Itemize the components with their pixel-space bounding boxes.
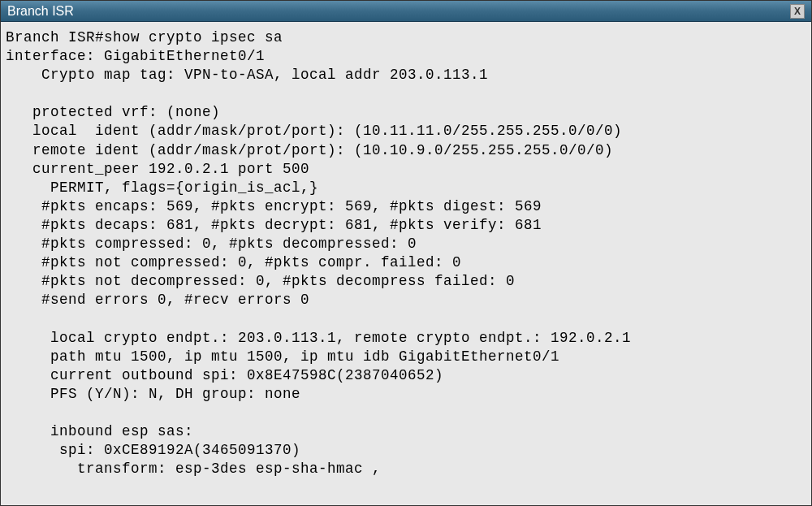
terminal-line: transform: esp-3des esp-sha-hmac ,: [6, 461, 381, 477]
window-titlebar[interactable]: Branch ISR X: [1, 1, 811, 22]
close-icon: X: [794, 6, 801, 17]
terminal-line: remote ident (addr/mask/prot/port): (10.…: [6, 142, 613, 158]
terminal-line: #pkts not compressed: 0, #pkts compr. fa…: [6, 254, 461, 270]
window-title: Branch ISR: [7, 4, 74, 19]
terminal-output[interactable]: Branch ISR#show crypto ipsec sa interfac…: [1, 22, 811, 505]
terminal-line: Branch ISR#show crypto ipsec sa: [6, 29, 283, 45]
terminal-line: path mtu 1500, ip mtu 1500, ip mtu idb G…: [6, 348, 559, 365]
terminal-line: #pkts compressed: 0, #pkts decompressed:…: [6, 236, 417, 252]
terminal-line: #pkts encaps: 569, #pkts encrypt: 569, #…: [6, 198, 542, 214]
terminal-line: #send errors 0, #recv errors 0: [6, 292, 309, 308]
terminal-line: inbound esp sas:: [6, 423, 193, 439]
terminal-line: protected vrf: (none): [6, 104, 220, 120]
close-button[interactable]: X: [790, 4, 805, 19]
terminal-line: current outbound spi: 0x8E47598C(2387040…: [6, 367, 443, 383]
terminal-line: PFS (Y/N): N, DH group: none: [6, 386, 300, 402]
terminal-line: local ident (addr/mask/prot/port): (10.1…: [6, 123, 622, 139]
terminal-line: #pkts not decompressed: 0, #pkts decompr…: [6, 273, 515, 289]
terminal-line: local crypto endpt.: 203.0.113.1, remote…: [6, 330, 631, 346]
terminal-line: current_peer 192.0.2.1 port 500: [6, 161, 309, 177]
terminal-line: interface: GigabitEthernet0/1: [6, 48, 265, 64]
terminal-window: Branch ISR X Branch ISR#show crypto ipse…: [0, 0, 812, 506]
terminal-line: PERMIT, flags={origin_is_acl,}: [6, 179, 318, 196]
terminal-line: #pkts decaps: 681, #pkts decrypt: 681, #…: [6, 217, 542, 233]
terminal-line: spi: 0xCE89192A(3465091370): [6, 442, 300, 458]
terminal-line: Crypto map tag: VPN-to-ASA, local addr 2…: [6, 67, 488, 83]
